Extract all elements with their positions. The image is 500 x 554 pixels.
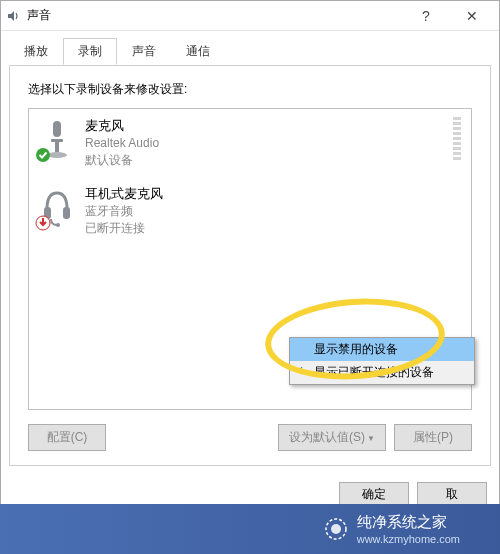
device-item[interactable]: 麦克风 Realtek Audio 默认设备 — [29, 109, 471, 177]
brand-name: 纯净系统之家 — [357, 513, 447, 532]
brand-logo-icon — [325, 518, 347, 540]
svg-rect-2 — [55, 142, 59, 152]
device-text: 麦克风 Realtek Audio 默认设备 — [85, 117, 447, 169]
close-button[interactable]: ✕ — [449, 1, 495, 31]
chevron-down-icon: ▼ — [367, 434, 375, 443]
recording-panel: 选择以下录制设备来修改设置: — [9, 65, 491, 466]
device-status: 默认设备 — [85, 152, 447, 169]
svg-rect-6 — [63, 207, 70, 219]
set-default-button[interactable]: 设为默认值(S)▼ — [278, 424, 386, 451]
device-title: 耳机式麦克风 — [85, 185, 461, 203]
brand-url: www.kzmyhome.com — [357, 533, 460, 545]
level-meter — [453, 117, 461, 161]
device-list[interactable]: 麦克风 Realtek Audio 默认设备 — [28, 108, 472, 410]
content-area: 播放 录制 声音 通信 选择以下录制设备来修改设置: — [1, 31, 499, 474]
sound-dialog: 声音 ? ✕ 播放 录制 声音 通信 选择以下录制设备来修改设置: — [0, 0, 500, 516]
tab-communications[interactable]: 通信 — [171, 38, 225, 65]
configure-button[interactable]: 配置(C) — [28, 424, 106, 451]
set-default-label: 设为默认值(S) — [289, 430, 365, 444]
menu-item-label: 显示已断开连接的设备 — [314, 364, 434, 381]
help-button[interactable]: ? — [403, 1, 449, 31]
tab-bar: 播放 录制 声音 通信 — [9, 38, 491, 66]
svg-rect-0 — [53, 121, 61, 137]
properties-button[interactable]: 属性(P) — [394, 424, 472, 451]
panel-button-row: 配置(C) 设为默认值(S)▼ 属性(P) — [28, 424, 472, 451]
tab-sounds[interactable]: 声音 — [117, 38, 171, 65]
svg-point-10 — [331, 524, 341, 534]
context-menu: 显示禁用的设备 ✓ 显示已断开连接的设备 — [289, 337, 475, 385]
microphone-icon — [39, 117, 75, 161]
device-text: 耳机式麦克风 蓝牙音频 已断开连接 — [85, 185, 461, 237]
menu-show-disabled[interactable]: 显示禁用的设备 — [290, 338, 474, 361]
menu-item-label: 显示禁用的设备 — [314, 341, 398, 358]
sound-icon — [5, 8, 21, 24]
watermark-banner: 纯净系统之家 www.kzmyhome.com — [0, 504, 500, 554]
brand-text: 纯净系统之家 www.kzmyhome.com — [357, 513, 460, 545]
device-subtitle: Realtek Audio — [85, 135, 447, 152]
menu-show-disconnected[interactable]: ✓ 显示已断开连接的设备 — [290, 361, 474, 384]
svg-point-7 — [56, 223, 60, 227]
svg-rect-1 — [51, 139, 63, 142]
device-item[interactable]: 耳机式麦克风 蓝牙音频 已断开连接 — [29, 177, 471, 245]
check-icon: ✓ — [295, 364, 304, 377]
titlebar: 声音 ? ✕ — [1, 1, 499, 31]
panel-instruction: 选择以下录制设备来修改设置: — [28, 81, 472, 98]
window-title: 声音 — [27, 7, 403, 24]
device-title: 麦克风 — [85, 117, 447, 135]
tab-recording[interactable]: 录制 — [63, 38, 117, 65]
headset-icon — [39, 185, 75, 229]
device-status: 已断开连接 — [85, 220, 461, 237]
tab-playback[interactable]: 播放 — [9, 38, 63, 65]
device-subtitle: 蓝牙音频 — [85, 203, 461, 220]
